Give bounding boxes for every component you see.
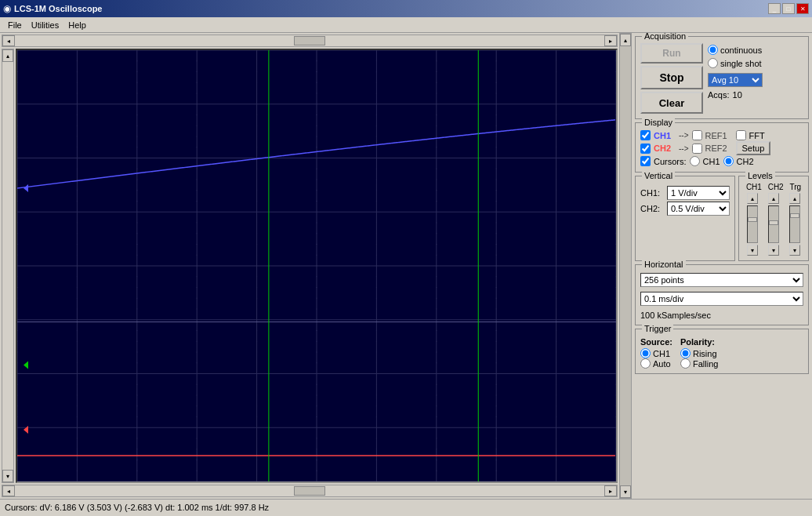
- trigger-group: Trigger Source: CH1 Auto Polarity:: [635, 329, 809, 374]
- trigger-source-col: Source: CH1 Auto: [640, 337, 672, 369]
- trigger-source-label: Source:: [640, 337, 672, 347]
- trg-level-up[interactable]: ▴: [789, 193, 800, 204]
- trigger-polarity-col: Polarity: Rising Falling: [680, 337, 718, 369]
- cursor-ch2-label: CH2: [737, 157, 754, 166]
- ch2-display-row: CH2 --> REF2 Setup: [640, 141, 803, 155]
- right-vscroll-down[interactable]: ▾: [620, 485, 631, 498]
- singleshot-label: single shot: [720, 59, 762, 68]
- ref2-checkbox[interactable]: [692, 144, 702, 154]
- trigger-auto-radio[interactable]: [640, 358, 651, 369]
- ch1-arrow[interactable]: -->: [679, 131, 689, 140]
- levels-group: Levels CH1 CH2 Trg ▴ ▾: [738, 176, 809, 261]
- scope-vscrollbar[interactable]: ▴ ▾: [2, 49, 14, 483]
- fft-checkbox[interactable]: [736, 130, 746, 140]
- singleshot-radio[interactable]: [708, 58, 718, 68]
- vscroll-down-btn[interactable]: ▾: [2, 470, 13, 482]
- ch2-arrow[interactable]: -->: [679, 144, 689, 153]
- ch2-vdiv-select[interactable]: 0.5 V/div 1 V/div 2 V/div: [667, 202, 730, 216]
- hscroll-bottom-track[interactable]: [15, 486, 604, 496]
- ch2-level-down[interactable]: ▾: [768, 245, 779, 256]
- hscroll-right-btn[interactable]: ▸: [604, 35, 617, 46]
- fft-label: FFT: [749, 131, 765, 140]
- time-div-select[interactable]: 0.1 ms/div 0.5 ms/div 1 ms/div: [640, 292, 803, 306]
- status-bar: Cursors: dV: 6.186 V (3.503 V) (-2.683 V…: [0, 499, 812, 514]
- trigger-falling-row: Falling: [680, 358, 718, 369]
- scope-hscrollbar-top[interactable]: ◂ ▸: [2, 35, 618, 47]
- trigger-falling-radio[interactable]: [680, 358, 691, 369]
- menu-file[interactable]: File: [3, 19, 27, 31]
- levels-group-title: Levels: [745, 171, 775, 180]
- cursor-ch1-radio[interactable]: [690, 156, 700, 166]
- ch2-vertical-row: CH2: 0.5 V/div 1 V/div 2 V/div: [640, 202, 730, 216]
- trg-level-down[interactable]: ▾: [789, 245, 800, 256]
- acqs-label: Acqs:: [708, 90, 730, 100]
- ref1-checkbox[interactable]: [692, 130, 702, 140]
- trigger-ch1-label: CH1: [653, 349, 670, 358]
- ch2-level-thumb[interactable]: [769, 220, 778, 225]
- minimize-button[interactable]: _: [768, 3, 781, 14]
- ch2-vert-label: CH2:: [640, 204, 664, 213]
- continuous-radio-group: continuous: [708, 45, 763, 55]
- right-vscroll-up[interactable]: ▴: [620, 34, 631, 46]
- ch2-level-up[interactable]: ▴: [768, 193, 779, 204]
- acquisition-group-title: Acquisition: [642, 33, 688, 41]
- ch2-checkbox[interactable]: [640, 144, 651, 154]
- hscroll-bottom-left-btn[interactable]: ◂: [2, 485, 15, 496]
- trg-level-track[interactable]: [789, 205, 800, 243]
- trigger-auto-row: Auto: [640, 358, 672, 369]
- hscroll-thumb[interactable]: [294, 36, 325, 45]
- title-bar: ◉ LCS-1M Oscilloscope _ □ ✕: [0, 0, 812, 17]
- trigger-auto-label: Auto: [653, 359, 671, 369]
- trigger-falling-label: Falling: [693, 359, 718, 369]
- scope-hscrollbar-bottom[interactable]: ◂ ▸: [2, 485, 618, 497]
- scope-right-vscroll[interactable]: ▴ ▾: [619, 33, 632, 499]
- vscroll-track[interactable]: [2, 62, 13, 470]
- ch1-vertical-row: CH1: 1 V/div 0.5 V/div 2 V/div: [640, 186, 730, 200]
- vertical-group: Vertical CH1: 1 V/div 0.5 V/div 2 V/div …: [635, 176, 735, 261]
- ch1-level-up[interactable]: ▴: [747, 193, 758, 204]
- scope-canvas: [17, 50, 616, 481]
- close-button[interactable]: ✕: [796, 3, 809, 14]
- levels-ch2-header: CH2: [768, 183, 784, 191]
- cursors-checkbox[interactable]: [640, 156, 651, 166]
- clear-button[interactable]: Clear: [640, 92, 703, 114]
- trigger-rising-row: Rising: [680, 348, 718, 358]
- menu-utilities[interactable]: Utilities: [27, 19, 63, 31]
- trg-level-thumb[interactable]: [790, 213, 799, 218]
- setup-button[interactable]: Setup: [736, 141, 771, 155]
- hscroll-bottom-right-btn[interactable]: ▸: [604, 485, 617, 496]
- hscroll-left-btn[interactable]: ◂: [2, 35, 15, 46]
- cursor-ch2-radio[interactable]: [723, 156, 734, 166]
- stop-button[interactable]: Stop: [640, 66, 703, 89]
- ch1-vdiv-select[interactable]: 1 V/div 0.5 V/div 2 V/div: [667, 186, 730, 200]
- maximize-button[interactable]: □: [782, 3, 795, 14]
- points-select[interactable]: 256 points 512 points 1024 points: [640, 273, 803, 287]
- run-button[interactable]: Run: [640, 43, 703, 64]
- ch1-checkbox[interactable]: [640, 130, 651, 140]
- cursor-ch1-label: CH1: [703, 157, 720, 166]
- ch1-level-down[interactable]: ▾: [747, 245, 758, 256]
- levels-sliders: ▴ ▾ ▴ ▾: [744, 193, 803, 256]
- ch1-level-slider: ▴ ▾: [747, 193, 758, 256]
- menu-help[interactable]: Help: [63, 19, 91, 31]
- ch2-level-track[interactable]: [768, 205, 779, 243]
- right-vscroll-track[interactable]: [620, 46, 631, 485]
- ch1-level-track[interactable]: [747, 205, 758, 243]
- continuous-radio[interactable]: [708, 45, 718, 55]
- trigger-ch1-row: CH1: [640, 348, 672, 358]
- avg-select[interactable]: Avg 10 Avg 5 Avg 20 None: [708, 73, 763, 87]
- ch1-level-thumb[interactable]: [748, 217, 757, 222]
- singleshot-radio-group: single shot: [708, 58, 763, 68]
- cursors-row: Cursors: CH1 CH2: [640, 156, 803, 166]
- vert-levels-container: Vertical CH1: 1 V/div 0.5 V/div 2 V/div …: [635, 176, 809, 261]
- sample-rate-label: 100 kSamples/sec: [640, 311, 803, 320]
- trigger-ch1-radio[interactable]: [640, 348, 651, 358]
- scope-area: ◂ ▸ ▴ ▾ ◂ ▸: [0, 33, 619, 499]
- trigger-rising-label: Rising: [693, 349, 717, 358]
- hscroll-track[interactable]: [15, 36, 604, 45]
- scope-display[interactable]: [16, 49, 618, 483]
- trigger-rising-radio[interactable]: [680, 348, 691, 358]
- vscroll-up-btn[interactable]: ▴: [2, 49, 13, 62]
- acqs-value: 10: [733, 90, 742, 100]
- hscroll-bottom-thumb[interactable]: [294, 486, 325, 496]
